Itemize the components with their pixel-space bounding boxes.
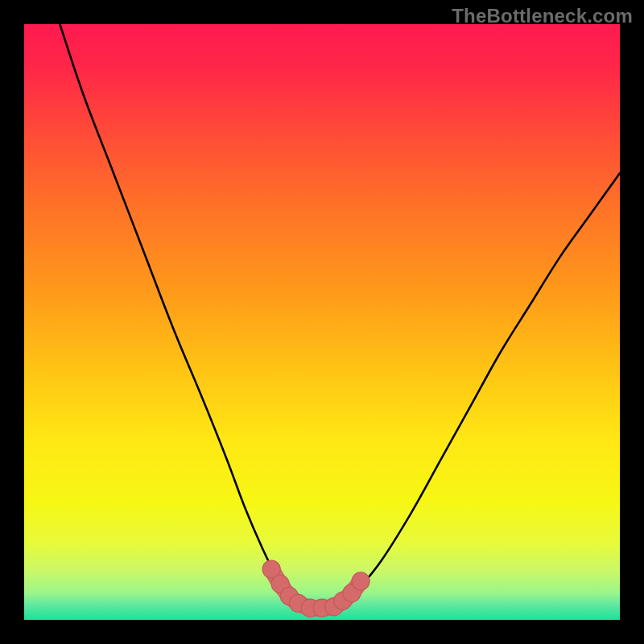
plot-area bbox=[24, 24, 620, 620]
gradient-background bbox=[24, 24, 620, 620]
highlight-marker bbox=[352, 572, 369, 590]
watermark-text: TheBottleneck.com bbox=[452, 5, 633, 27]
chart-frame: TheBottleneck.com bbox=[0, 0, 644, 644]
chart-svg bbox=[24, 24, 620, 620]
